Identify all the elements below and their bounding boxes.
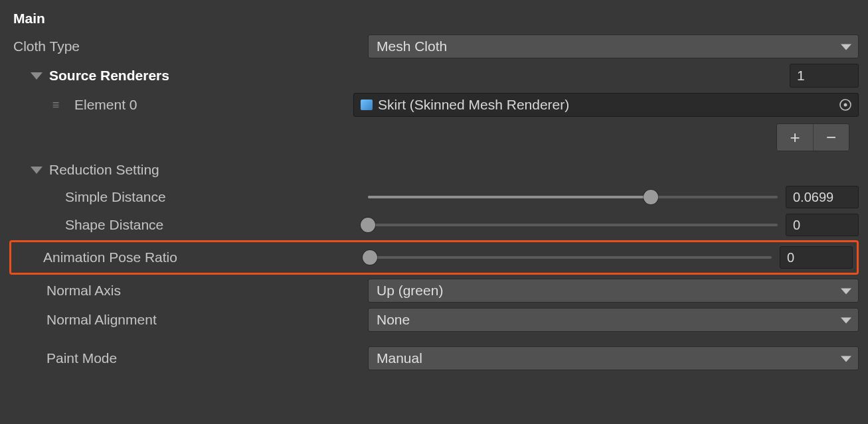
label-normal-axis: Normal Axis [9, 283, 368, 299]
list-footer: + − [9, 119, 859, 157]
main-section: Main Cloth Type Mesh Cloth Source Render… [0, 0, 868, 382]
row-shape-distance: Shape Distance 0 [9, 211, 859, 239]
label-normal-alignment: Normal Alignment [9, 312, 368, 328]
chevron-down-icon [31, 167, 43, 174]
slider-value-input[interactable]: 0 [786, 214, 859, 236]
source-renderers-count[interactable]: 1 [790, 64, 859, 88]
object-reference-field[interactable]: Skirt (Skinned Mesh Renderer) [353, 93, 859, 117]
dropdown-cloth-type[interactable]: Mesh Cloth [368, 35, 859, 58]
slider-track[interactable] [368, 196, 778, 198]
slider-shape-distance[interactable]: 0 [368, 214, 859, 236]
dropdown-normal-alignment[interactable]: None [368, 308, 859, 332]
slider-track[interactable] [368, 224, 778, 226]
slider-fill [368, 196, 651, 198]
slider-animation-pose-ratio[interactable]: 0 [370, 246, 853, 269]
row-animation-pose-ratio: Animation Pose Ratio 0 [11, 244, 853, 271]
slider-value-input[interactable]: 0.0699 [786, 186, 859, 208]
slider-track[interactable] [370, 256, 772, 259]
row-reduction-setting: Reduction Setting [9, 157, 859, 183]
row-cloth-type: Cloth Type Mesh Cloth [9, 32, 859, 61]
object-reference-value: Skirt (Skinned Mesh Renderer) [378, 97, 569, 113]
dropdown-value: Manual [377, 350, 422, 366]
foldout-reduction-setting[interactable]: Reduction Setting [31, 162, 159, 178]
label-shape-distance: Shape Distance [9, 217, 368, 233]
slider-value-input[interactable]: 0 [780, 246, 853, 269]
chevron-down-icon [841, 356, 851, 362]
drag-handle-icon[interactable]: ≡ [49, 98, 62, 112]
row-paint-mode: Paint Mode Manual [9, 344, 859, 373]
list-item: ≡ Element 0 Skirt (Skinned Mesh Renderer… [9, 90, 859, 119]
row-simple-distance: Simple Distance 0.0699 [9, 183, 859, 211]
row-normal-axis: Normal Axis Up (green) [9, 276, 859, 305]
mesh-icon [361, 100, 373, 110]
chevron-down-icon [31, 72, 43, 80]
list-add-remove-group: + − [776, 123, 849, 151]
section-header-main: Main [9, 5, 859, 32]
dropdown-normal-axis[interactable]: Up (green) [368, 279, 859, 303]
row-source-renderers: Source Renderers 1 [9, 61, 859, 90]
label-animation-pose-ratio: Animation Pose Ratio [11, 249, 370, 265]
object-picker-icon[interactable] [838, 98, 853, 112]
chevron-down-icon [841, 288, 851, 294]
dropdown-paint-mode[interactable]: Manual [368, 346, 859, 370]
label-cloth-type: Cloth Type [9, 38, 368, 54]
foldout-label: Reduction Setting [49, 162, 159, 178]
label-paint-mode: Paint Mode [9, 350, 368, 366]
slider-simple-distance[interactable]: 0.0699 [368, 186, 859, 208]
chevron-down-icon [841, 44, 851, 50]
slider-thumb[interactable] [644, 190, 658, 204]
foldout-source-renderers[interactable]: Source Renderers [31, 68, 169, 84]
foldout-label: Source Renderers [49, 68, 169, 84]
dropdown-value: Mesh Cloth [377, 38, 447, 54]
highlighted-row: Animation Pose Ratio 0 [9, 240, 859, 275]
label-simple-distance: Simple Distance [9, 189, 368, 205]
dropdown-value: Up (green) [377, 283, 443, 299]
row-normal-alignment: Normal Alignment None [9, 305, 859, 334]
slider-thumb[interactable] [363, 250, 377, 265]
section-title: Main [9, 11, 368, 27]
slider-thumb[interactable] [361, 218, 375, 232]
svg-point-1 [844, 104, 847, 107]
chevron-down-icon [841, 317, 851, 323]
dropdown-value: None [377, 312, 410, 328]
list-item-label: Element 0 [74, 97, 353, 113]
add-button[interactable]: + [777, 124, 813, 151]
remove-button[interactable]: − [813, 124, 849, 151]
